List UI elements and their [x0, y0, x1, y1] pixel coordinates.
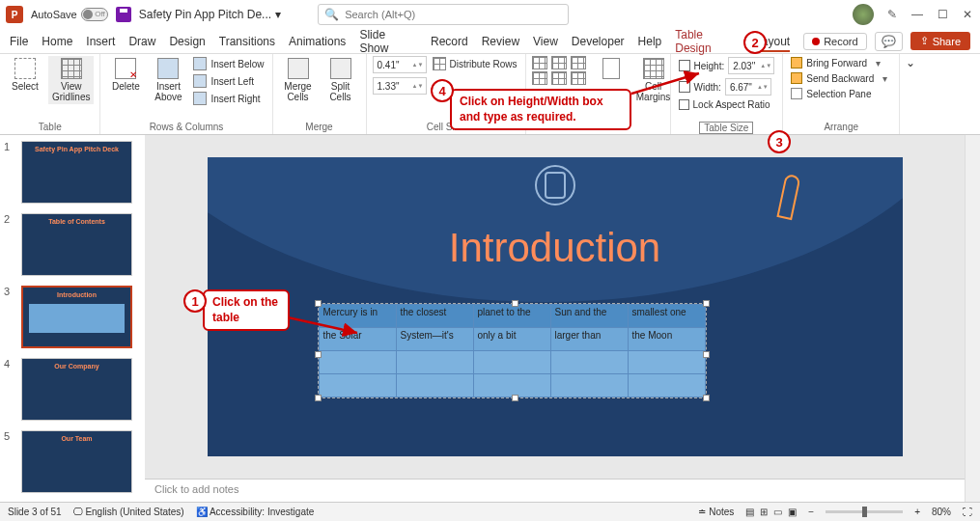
- distribute-rows-button[interactable]: Distribute Rows: [431, 56, 519, 71]
- align-right-icon[interactable]: [571, 56, 586, 69]
- align-top-icon[interactable]: [532, 71, 547, 85]
- table-cell[interactable]: only a bit: [473, 328, 550, 351]
- insert-below-button[interactable]: Insert Below: [191, 56, 266, 71]
- accessibility-status[interactable]: ♿ Accessibility: Investigate: [196, 507, 315, 517]
- selection-handle[interactable]: [315, 351, 322, 358]
- insert-left-button[interactable]: Insert Left: [191, 73, 266, 89]
- menu-table-design[interactable]: Table Design: [675, 28, 742, 55]
- maximize-icon[interactable]: ☐: [936, 8, 949, 21]
- menu-review[interactable]: Review: [482, 35, 519, 48]
- zoom-in-icon[interactable]: +: [914, 507, 920, 517]
- menu-insert[interactable]: Insert: [86, 35, 115, 48]
- comments-icon[interactable]: 💬: [875, 32, 903, 51]
- table-height-input[interactable]: 2.03"▲▼: [728, 57, 774, 74]
- selection-handle[interactable]: [703, 351, 710, 358]
- menu-view[interactable]: View: [533, 35, 558, 48]
- menu-file[interactable]: File: [10, 35, 28, 48]
- table-cell[interactable]: System—it's: [396, 328, 473, 351]
- notes-pane[interactable]: Click to add notes: [145, 479, 965, 502]
- zoom-slider[interactable]: [826, 510, 903, 513]
- cell-margins-button[interactable]: Cell Margins: [634, 56, 673, 104]
- reading-view-icon[interactable]: ▭: [773, 507, 782, 517]
- ribbon-collapse[interactable]: ⌄: [900, 54, 921, 134]
- vertical-scrollbar[interactable]: [965, 135, 980, 502]
- search-box[interactable]: 🔍: [318, 4, 569, 25]
- menu-record[interactable]: Record: [431, 35, 468, 48]
- thumb-4[interactable]: 4Our Company: [4, 358, 141, 421]
- thumb-3[interactable]: 3Introduction: [4, 286, 141, 348]
- slide[interactable]: Introduction Mercury is in the closest p…: [208, 157, 903, 456]
- spinner-icon[interactable]: ▲▼: [412, 84, 422, 89]
- table-cell[interactable]: larger than: [550, 328, 628, 351]
- select-button[interactable]: Select: [6, 56, 44, 94]
- spinner-icon[interactable]: ▲▼: [757, 85, 767, 90]
- table-cell[interactable]: the closest: [396, 305, 473, 328]
- selection-handle[interactable]: [703, 395, 710, 401]
- align-bottom-icon[interactable]: [571, 71, 586, 85]
- autosave-toggle[interactable]: AutoSave Off: [31, 8, 108, 21]
- record-button[interactable]: Record: [803, 33, 866, 50]
- normal-view-icon[interactable]: ▤: [745, 507, 754, 517]
- menu-developer[interactable]: Developer: [572, 35, 625, 48]
- table-width-input[interactable]: 6.67"▲▼: [725, 78, 771, 96]
- insert-right-button[interactable]: Insert Right: [191, 91, 266, 106]
- menu-slideshow[interactable]: Slide Show: [359, 28, 417, 55]
- selection-handle[interactable]: [703, 300, 710, 307]
- col-width-input[interactable]: 1.33"▲▼: [373, 77, 427, 95]
- chevron-down-icon[interactable]: ▾: [871, 58, 884, 69]
- chevron-down-icon[interactable]: ▾: [878, 73, 891, 84]
- zoom-out-icon[interactable]: −: [808, 507, 814, 517]
- thumb-1[interactable]: 1Safety Pin App Pitch Deck: [4, 141, 141, 204]
- notes-button[interactable]: ≐ Notes: [698, 507, 734, 517]
- slideshow-view-icon[interactable]: ▣: [788, 507, 797, 517]
- table-cell[interactable]: Sun and the: [550, 305, 628, 328]
- merge-cells-button[interactable]: Merge Cells: [279, 56, 318, 104]
- table-cell[interactable]: Mercury is in: [319, 305, 396, 328]
- document-title[interactable]: Safety Pin App Pitch De... ▾: [139, 8, 281, 21]
- send-backward-button[interactable]: Send Backward▾: [789, 71, 893, 85]
- toggle-icon[interactable]: Off: [81, 8, 108, 21]
- menu-home[interactable]: Home: [42, 35, 72, 48]
- menu-help[interactable]: Help: [638, 35, 662, 48]
- share-button[interactable]: ⇪Share: [910, 32, 970, 50]
- spinner-icon[interactable]: ▲▼: [412, 63, 422, 68]
- menu-draw[interactable]: Draw: [128, 35, 155, 48]
- fit-view-icon[interactable]: ⛶: [963, 507, 972, 517]
- user-avatar[interactable]: [853, 4, 874, 25]
- text-direction-button[interactable]: [592, 56, 630, 81]
- sorter-view-icon[interactable]: ⊞: [760, 507, 768, 517]
- thumb-5[interactable]: 5Our Team: [4, 430, 141, 493]
- align-middle-icon[interactable]: [551, 71, 567, 85]
- slide-title[interactable]: Introduction: [208, 225, 903, 271]
- table-cell[interactable]: planet to the: [473, 305, 550, 328]
- table-cell[interactable]: smallest one: [628, 305, 705, 328]
- bring-forward-button[interactable]: Bring Forward▾: [789, 56, 893, 69]
- view-gridlines-button[interactable]: View Gridlines: [48, 56, 94, 104]
- table-cell[interactable]: the Solar: [319, 328, 396, 351]
- menu-transitions[interactable]: Transitions: [219, 35, 275, 48]
- thumb-2[interactable]: 2Table of Contents: [4, 213, 141, 276]
- ink-icon[interactable]: ✎: [885, 8, 899, 21]
- save-icon[interactable]: [116, 7, 131, 22]
- table-cell[interactable]: the Moon: [628, 328, 705, 351]
- selection-handle[interactable]: [512, 395, 518, 401]
- align-center-icon[interactable]: [551, 56, 567, 69]
- slide-table[interactable]: Mercury is in the closest planet to the …: [318, 303, 707, 398]
- selection-handle[interactable]: [512, 300, 518, 307]
- language-status[interactable]: 🖵 English (United States): [73, 507, 184, 517]
- selection-handle[interactable]: [315, 300, 322, 307]
- row-height-input[interactable]: 0.41"▲▼: [373, 56, 427, 73]
- search-input[interactable]: [345, 9, 562, 20]
- selection-pane-button[interactable]: Selection Pane: [789, 87, 893, 100]
- align-left-icon[interactable]: [532, 56, 547, 69]
- menu-design[interactable]: Design: [169, 35, 205, 48]
- selection-handle[interactable]: [315, 395, 322, 401]
- lock-aspect-checkbox[interactable]: Lock Aspect Ratio: [677, 98, 777, 111]
- close-icon[interactable]: ✕: [961, 8, 974, 21]
- delete-button[interactable]: Delete: [106, 56, 145, 94]
- zoom-value[interactable]: 80%: [932, 507, 951, 517]
- minimize-icon[interactable]: —: [910, 8, 924, 21]
- split-cells-button[interactable]: Split Cells: [322, 56, 360, 104]
- spinner-icon[interactable]: ▲▼: [760, 64, 770, 69]
- menu-animations[interactable]: Animations: [289, 35, 346, 48]
